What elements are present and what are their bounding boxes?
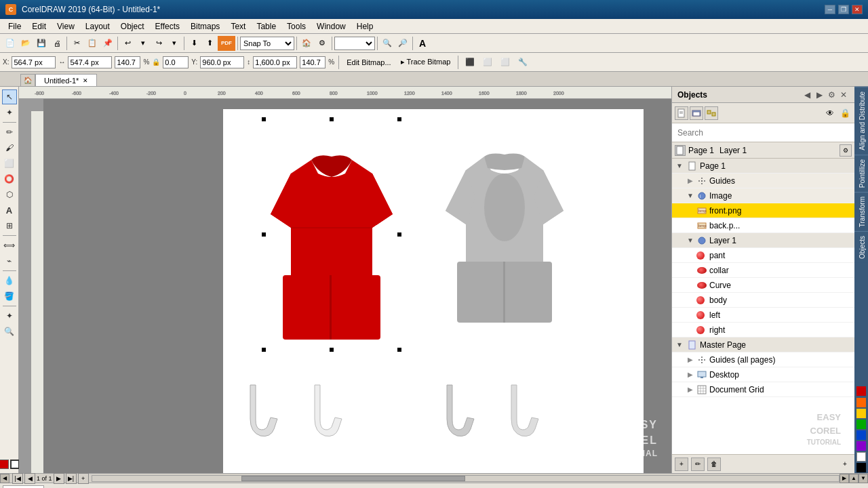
polygon-tool[interactable]: ⬡ xyxy=(2,187,17,202)
tree-toggle-guides-all[interactable]: ▶ xyxy=(686,355,695,365)
minimize-btn[interactable]: ─ xyxy=(825,5,835,14)
restore-btn[interactable]: ❐ xyxy=(838,5,849,14)
shirt-back-container[interactable] xyxy=(440,119,569,329)
collapse-bottom-btn[interactable]: ▼ xyxy=(859,474,868,483)
tree-back-png[interactable]: bmp back.p... xyxy=(672,218,854,233)
prev-page-btn[interactable]: ◀ xyxy=(24,473,35,484)
first-page-btn[interactable]: |◀ xyxy=(12,473,23,484)
x-input[interactable] xyxy=(12,56,56,68)
menu-layout[interactable]: Layout xyxy=(80,20,115,33)
trace-bitmap-btn[interactable]: ▸ Trace Bitmap xyxy=(397,55,454,70)
tree-toggle-desktop[interactable]: ▶ xyxy=(686,370,695,380)
doc-tab-close[interactable]: ✕ xyxy=(83,77,88,84)
fill-color-box[interactable] xyxy=(0,460,9,469)
menu-table[interactable]: Table xyxy=(251,20,281,33)
fill-tool[interactable]: 🪣 xyxy=(2,289,17,304)
lock-icon-btn[interactable]: 🔒 xyxy=(838,106,852,120)
palette-purple[interactable] xyxy=(856,441,866,451)
palette-yellow[interactable] xyxy=(856,409,866,418)
cut-btn[interactable]: ✂ xyxy=(69,36,84,51)
tree-toggle-image[interactable]: ▼ xyxy=(686,191,695,201)
options-btn[interactable]: ⚙ xyxy=(315,36,330,51)
menu-effects[interactable]: Effects xyxy=(150,20,185,33)
guides-eye-btn[interactable]: 👁 xyxy=(832,176,842,186)
sel-handle-tl[interactable] xyxy=(261,117,267,122)
doc-grid-lock-btn[interactable]: 🔒 xyxy=(842,385,852,394)
panel-close-btn[interactable]: ✕ xyxy=(838,89,849,100)
transform-tab[interactable]: Transform xyxy=(854,192,868,231)
sel-handle-bm[interactable] xyxy=(329,347,334,352)
palette-red[interactable] xyxy=(856,386,866,396)
expand-bottom-btn[interactable]: ▲ xyxy=(849,474,859,483)
sel-handle-tr[interactable] xyxy=(397,117,402,122)
bitmap-options-btn[interactable]: 🔧 xyxy=(515,55,530,70)
redo-btn[interactable]: ↪ xyxy=(151,36,166,51)
expand-all-btn[interactable]: + xyxy=(838,458,852,471)
connector-tool[interactable]: ⌁ xyxy=(2,253,17,268)
freehand-tool[interactable]: ✏ xyxy=(2,125,17,140)
tree-collar[interactable]: collar xyxy=(672,263,854,278)
bitmap-scale-btn[interactable]: ⬜ xyxy=(498,55,513,70)
sel-handle-ml[interactable] xyxy=(261,232,267,237)
menu-edit[interactable]: Edit xyxy=(26,20,52,33)
rect-tool[interactable]: ⬜ xyxy=(2,156,17,171)
scroll-left-btn[interactable]: ◀ xyxy=(0,474,9,483)
scroll-thumb-h[interactable] xyxy=(241,476,465,481)
delete-layer-btn[interactable]: 🗑 xyxy=(707,458,721,471)
rot-input[interactable] xyxy=(163,56,189,68)
guides-all-eye-btn[interactable]: 👁 xyxy=(832,355,842,365)
close-btn[interactable]: ✕ xyxy=(852,5,863,14)
tree-page1[interactable]: ▼ Page 1 xyxy=(672,159,854,174)
new-btn[interactable]: 📄 xyxy=(3,36,18,51)
sel-handle-tm[interactable] xyxy=(329,117,334,122)
page-tab-1[interactable]: Page 1 xyxy=(3,485,44,488)
parallel-dim[interactable]: ⟺ xyxy=(2,238,17,253)
tree-guides[interactable]: ▶ Guides 👁 🔒 xyxy=(672,174,854,188)
edit-layer-btn[interactable]: ✏ xyxy=(691,458,705,471)
menu-bitmaps[interactable]: Bitmaps xyxy=(185,20,225,33)
search-input[interactable] xyxy=(676,127,850,139)
menu-window[interactable]: Window xyxy=(311,20,351,33)
doc-tab-active[interactable]: Untitled-1* ✕ xyxy=(35,74,97,86)
tree-body[interactable]: body xyxy=(672,293,854,308)
save-btn[interactable]: 💾 xyxy=(34,36,49,51)
eyedropper[interactable]: 💧 xyxy=(2,273,17,288)
group-icon-btn[interactable] xyxy=(705,106,718,120)
page-settings-icon[interactable]: ⚙ xyxy=(840,144,852,157)
tree-desktop[interactable]: ▶ Desktop 👁 🔒 xyxy=(672,367,854,382)
tree-toggle-guides[interactable]: ▶ xyxy=(686,176,695,186)
tree-pant[interactable]: pant xyxy=(672,248,854,263)
tree-curve[interactable]: Curve xyxy=(672,278,854,293)
tree-toggle-doc-grid[interactable]: ▶ xyxy=(686,385,695,394)
y-input[interactable] xyxy=(200,56,244,68)
table-tool[interactable]: ⊞ xyxy=(2,218,17,233)
export-btn[interactable]: ⬆ xyxy=(202,36,217,51)
align-distribute-tab[interactable]: Align and Distribute xyxy=(854,87,868,155)
panel-settings-btn[interactable]: ⚙ xyxy=(826,89,837,100)
canvas-desktop[interactable]: EASY COREL TUTORIAL xyxy=(43,99,671,473)
menu-object[interactable]: Object xyxy=(115,20,150,33)
tree-toggle-layer1[interactable]: ▼ xyxy=(686,236,695,245)
guides-lock-btn[interactable]: 🔒 xyxy=(842,176,852,186)
desktop-eye-btn[interactable]: 👁 xyxy=(832,370,842,380)
menu-text[interactable]: Text xyxy=(225,20,251,33)
edit-bitmap-btn[interactable]: Edit Bitmap... xyxy=(343,55,394,70)
tree-layer1[interactable]: ▼ Layer 1 xyxy=(672,233,854,248)
import-btn[interactable]: ⬇ xyxy=(186,36,201,51)
home-btn[interactable]: 🏠 xyxy=(299,36,314,51)
layout-dropdown[interactable] xyxy=(334,37,375,50)
add-page-btn[interactable]: + xyxy=(78,473,89,484)
scroll-track-h[interactable] xyxy=(92,475,840,482)
scroll-right-btn[interactable]: ▶ xyxy=(840,474,849,483)
w-input[interactable] xyxy=(68,56,112,68)
tree-guides-all[interactable]: ▶ Guides (all pages) 👁 🔒 xyxy=(672,352,854,367)
tree-left[interactable]: left xyxy=(672,308,854,323)
guides-all-lock-btn[interactable]: 🔒 xyxy=(842,355,852,365)
pdf-btn[interactable]: PDF xyxy=(218,36,235,51)
tree-image-group[interactable]: ▼ i Image xyxy=(672,188,854,203)
menu-file[interactable]: File xyxy=(3,20,26,33)
tree-right[interactable]: right xyxy=(672,323,854,338)
snap-dropdown[interactable]: Snap To xyxy=(240,37,294,50)
shape-tool[interactable]: ✦ xyxy=(2,105,17,120)
zoom-in-btn[interactable]: 🔎 xyxy=(395,36,410,51)
